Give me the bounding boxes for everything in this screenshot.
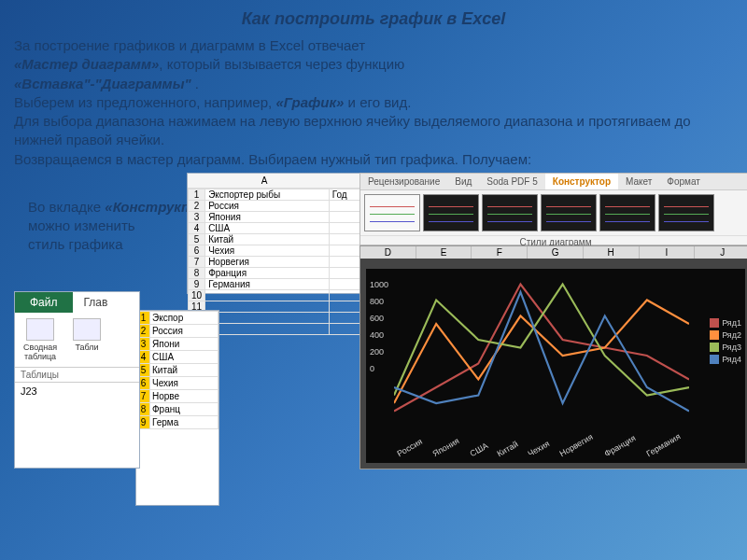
cell[interactable]: Экспор	[150, 311, 218, 324]
cell[interactable]: Чехия	[205, 245, 330, 256]
col-header[interactable]: G	[528, 246, 584, 259]
file-tab[interactable]: Файл	[15, 292, 73, 313]
col-header[interactable]: E	[416, 246, 472, 259]
intro-graph: «График»	[275, 94, 344, 110]
cell[interactable]: Франция	[205, 267, 330, 278]
cell[interactable]: Норвегия	[205, 256, 330, 267]
chart-yaxis: 1000 800 600 400 200 0	[370, 276, 388, 377]
chart-style-thumb[interactable]	[364, 194, 420, 231]
slide-title: Как построить график в Excel	[14, 9, 733, 29]
chart-canvas[interactable]: 1000 800 600 400 200 0 РоссияЯпонияСШАКи…	[366, 269, 745, 463]
pivot-table-icon	[26, 318, 54, 341]
tab-constructor[interactable]: Конструктор	[545, 174, 618, 189]
intro-master: «Мастер диаграмм»	[14, 56, 159, 72]
tab-sodapdf[interactable]: Soda PDF 5	[479, 174, 544, 189]
cell[interactable]: Германия	[205, 278, 330, 289]
cell[interactable]: Россия	[150, 324, 218, 337]
intro-2dot: .	[191, 76, 199, 91]
chart-legend: Ряд1Ряд2Ряд3Ряд4	[710, 315, 741, 367]
name-box[interactable]: J23	[15, 382, 139, 399]
overlay-a: Во вкладке	[28, 199, 105, 215]
cell[interactable]: Чехия	[150, 376, 218, 389]
cell[interactable]: Китай	[150, 363, 218, 376]
excel-country-list: A 1Экспортер рыбыГод 2Россия 3Япония 4СШ…	[187, 173, 364, 294]
chart-plot	[394, 276, 689, 435]
tab-review[interactable]: Рецензирование	[360, 174, 447, 189]
cell[interactable]: Япония	[205, 211, 330, 222]
chart-style-thumb[interactable]	[541, 194, 597, 231]
excel-file-ribbon: ФайлГлав Сводная таблица Табли Таблицы J…	[14, 291, 140, 469]
chart-style-thumb[interactable]	[599, 194, 655, 231]
chart-styles-gallery	[360, 190, 747, 235]
home-tab[interactable]: Глав	[73, 292, 120, 313]
chart-style-thumb[interactable]	[658, 194, 714, 231]
ribbon-tabs: Рецензирование Вид Soda PDF 5 Конструкто…	[360, 174, 747, 190]
pivot-table-button[interactable]: Сводная таблица	[21, 318, 60, 361]
slide-body: За построение графиков и диаграмм в Exce…	[14, 36, 733, 169]
col-header[interactable]: H	[584, 246, 640, 259]
col-header[interactable]: D	[360, 246, 416, 259]
sheet-columns: D E F G H I J	[360, 246, 747, 259]
chart-style-thumb[interactable]	[423, 194, 479, 231]
excel-ribbon: Рецензирование Вид Soda PDF 5 Конструкто…	[359, 173, 747, 245]
intro-3c: и его вид.	[344, 94, 411, 110]
cell[interactable]: Китай	[205, 233, 330, 245]
intro-3a: Выберем из предложенного, например,	[14, 94, 275, 110]
table-button[interactable]: Табли	[67, 318, 106, 361]
chart-xaxis: РоссияЯпонияСШАКитайЧехияНорвегияФранция…	[394, 450, 689, 459]
cell-exporter[interactable]: Экспортер рыбы	[205, 189, 330, 200]
col-a-header: A	[208, 175, 320, 186]
intro-5: Возвращаемся в мастер диаграмм. Выбираем…	[14, 151, 531, 167]
col-header[interactable]: J	[695, 246, 747, 259]
tab-format[interactable]: Формат	[659, 174, 708, 189]
cell[interactable]: Россия	[205, 200, 330, 211]
intro-4: Для выбора диапазона нажимаем на левую в…	[14, 113, 691, 147]
cell[interactable]: США	[150, 350, 218, 363]
cell[interactable]: США	[205, 222, 330, 233]
col-header[interactable]: I	[640, 246, 696, 259]
table-icon	[73, 318, 101, 341]
cell[interactable]: Франц	[150, 402, 218, 415]
col-header[interactable]: F	[472, 246, 528, 259]
overlay-d: стиль графика	[28, 236, 123, 252]
intro-1c: , который вызывается через функцию	[159, 56, 404, 72]
intro-insert: «Вставка"-"Диаграммы"	[14, 76, 191, 91]
tab-layout[interactable]: Макет	[618, 174, 659, 189]
cell[interactable]: Норве	[150, 389, 218, 402]
overlay-c: можно изменить	[28, 217, 135, 233]
tab-view[interactable]: Вид	[447, 174, 479, 189]
cell[interactable]: Япони	[150, 337, 218, 350]
cell-year[interactable]: Год	[329, 189, 362, 200]
cell[interactable]: Герма	[150, 415, 218, 428]
tables-section-label: Таблицы	[15, 367, 139, 382]
chart-style-thumb[interactable]	[482, 194, 538, 231]
intro-1a: За построение графиков и диаграмм в Exce…	[14, 37, 365, 53]
excel-chart-preview: D E F G H I J 1000 800 600 400 200 0	[359, 245, 747, 469]
excel-selection-snippet: 1Экспор 2Россия 3Япони 4США 5Китай 6Чехи…	[135, 310, 219, 506]
